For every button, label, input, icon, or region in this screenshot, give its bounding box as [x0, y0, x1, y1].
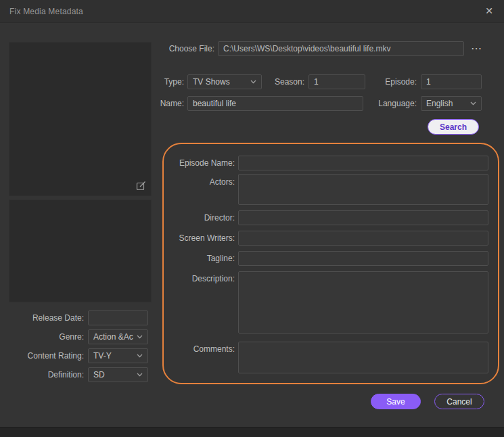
definition-value: SD — [93, 370, 105, 380]
language-label: Language: — [363, 96, 417, 111]
tagline-label: Tagline: — [162, 251, 235, 266]
episode-name-input[interactable] — [238, 156, 488, 170]
definition-label: Definition: — [0, 367, 84, 382]
fix-media-metadata-dialog: Fix Media Metadata ✕ Release Date: Genre… — [0, 0, 504, 437]
description-textarea[interactable] — [238, 271, 488, 334]
release-date-label: Release Date: — [0, 310, 84, 325]
screen-writers-label: Screen Writers: — [162, 231, 235, 246]
choose-file-input[interactable] — [218, 41, 464, 56]
name-input[interactable] — [187, 96, 363, 111]
episode-input[interactable] — [421, 74, 482, 89]
search-button[interactable]: Search — [428, 119, 479, 135]
director-input[interactable] — [238, 210, 488, 225]
choose-file-label: Choose File: — [162, 41, 214, 56]
close-icon[interactable]: ✕ — [485, 5, 493, 16]
type-label: Type: — [157, 74, 184, 89]
dialog-title: Fix Media Metadata — [9, 7, 83, 16]
actors-label: Actors: — [162, 175, 235, 189]
genre-value: Action &Ac — [93, 332, 133, 342]
content-rating-select[interactable]: TV-Y — [88, 348, 148, 363]
poster-preview — [9, 42, 152, 196]
language-value: English — [426, 99, 453, 108]
type-select[interactable]: TV Shows — [187, 74, 262, 89]
description-label: Description: — [162, 271, 235, 286]
edit-icon[interactable] — [136, 181, 146, 191]
episode-label: Episode: — [371, 74, 417, 89]
chevron-down-icon — [137, 335, 143, 339]
comments-label: Comments: — [162, 342, 235, 356]
comments-textarea[interactable] — [238, 342, 488, 373]
content-rating-label: Content Rating: — [0, 348, 84, 363]
actors-textarea[interactable] — [238, 174, 488, 205]
screen-writers-input[interactable] — [238, 231, 488, 246]
dialog-titlebar[interactable]: Fix Media Metadata ✕ — [0, 0, 504, 23]
chevron-down-icon — [470, 101, 476, 106]
name-label: Name: — [157, 96, 184, 111]
backdrop-preview — [9, 200, 152, 302]
release-date-input[interactable] — [88, 310, 148, 325]
genre-label: Genre: — [0, 329, 84, 344]
season-label: Season: — [260, 74, 304, 89]
cancel-button[interactable]: Cancel — [434, 394, 484, 409]
season-input[interactable] — [308, 74, 365, 89]
genre-select[interactable]: Action &Ac — [88, 329, 148, 344]
tagline-input[interactable] — [238, 251, 488, 266]
chevron-down-icon — [137, 373, 143, 377]
episode-name-label: Episode Name: — [162, 156, 235, 170]
content-rating-value: TV-Y — [93, 351, 112, 361]
browse-more-icon[interactable]: ⋯ — [471, 41, 482, 56]
bottom-bar — [0, 427, 504, 437]
language-select[interactable]: English — [421, 96, 482, 111]
save-button[interactable]: Save — [371, 394, 421, 409]
chevron-down-icon — [137, 354, 143, 358]
director-label: Director: — [162, 210, 235, 225]
definition-select[interactable]: SD — [88, 367, 148, 382]
type-value: TV Shows — [193, 77, 230, 87]
chevron-down-icon — [250, 80, 256, 84]
